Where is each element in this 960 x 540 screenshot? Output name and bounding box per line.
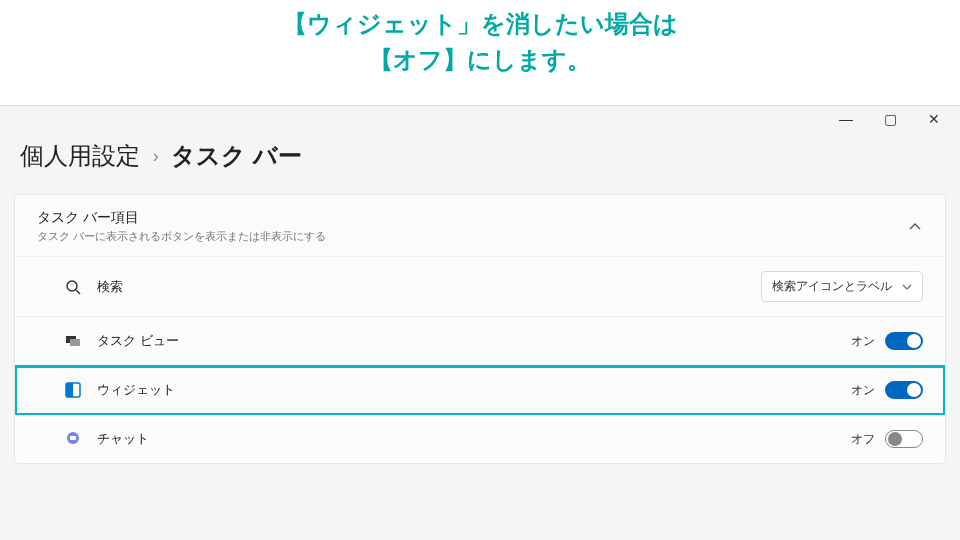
instruction-line2: 【オフ】にします。 — [0, 42, 960, 78]
widgets-toggle[interactable] — [885, 381, 923, 399]
minimize-button[interactable]: — — [838, 111, 854, 127]
instruction-line1: 【ウィジェット」を消したい場合は — [0, 6, 960, 42]
close-button[interactable]: ✕ — [926, 111, 942, 127]
panel-rows: 検索 検索アイコンとラベル タスク ビュー オン ウィジェット — [15, 256, 945, 463]
maximize-button[interactable]: ▢ — [882, 111, 898, 127]
row-widgets-label: ウィジェット — [97, 381, 851, 399]
breadcrumb-separator: › — [153, 146, 159, 166]
row-widgets-state: オン — [851, 382, 875, 399]
breadcrumb-current: タスク バー — [171, 142, 302, 169]
window-titlebar: — ▢ ✕ — [0, 106, 960, 132]
search-mode-value: 検索アイコンとラベル — [772, 278, 892, 295]
chevron-down-icon — [902, 282, 912, 292]
search-mode-dropdown[interactable]: 検索アイコンとラベル — [761, 271, 923, 302]
row-taskview-label: タスク ビュー — [97, 332, 851, 350]
row-chat-label: チャット — [97, 430, 851, 448]
taskbar-items-panel: タスク バー項目 タスク バーに表示されるボタンを表示または非表示にする 検索 … — [14, 194, 946, 464]
widgets-icon — [63, 380, 83, 400]
taskview-icon — [63, 331, 83, 351]
row-widgets: ウィジェット オン — [15, 366, 945, 415]
svg-point-0 — [67, 281, 77, 291]
panel-header[interactable]: タスク バー項目 タスク バーに表示されるボタンを表示または非表示にする — [15, 195, 945, 256]
svg-rect-7 — [70, 436, 76, 440]
chat-toggle[interactable] — [885, 430, 923, 448]
instruction-overlay: 【ウィジェット」を消したい場合は 【オフ】にします。 — [0, 0, 960, 78]
chat-icon — [63, 429, 83, 449]
svg-line-1 — [76, 290, 80, 294]
breadcrumb-parent[interactable]: 個人用設定 — [20, 142, 140, 169]
panel-subtitle: タスク バーに表示されるボタンを表示または非表示にする — [37, 229, 907, 244]
breadcrumb: 個人用設定 › タスク バー — [0, 132, 960, 186]
svg-rect-3 — [70, 339, 80, 346]
row-taskview-state: オン — [851, 333, 875, 350]
settings-window: — ▢ ✕ 個人用設定 › タスク バー タスク バー項目 タスク バーに表示さ… — [0, 105, 960, 540]
row-search: 検索 検索アイコンとラベル — [15, 257, 945, 317]
row-search-label: 検索 — [97, 278, 761, 296]
chevron-up-icon — [907, 219, 923, 235]
row-chat-state: オフ — [851, 431, 875, 448]
panel-title: タスク バー項目 — [37, 209, 907, 227]
taskview-toggle[interactable] — [885, 332, 923, 350]
svg-rect-5 — [66, 383, 73, 397]
row-chat: チャット オフ — [15, 415, 945, 463]
row-taskview: タスク ビュー オン — [15, 317, 945, 366]
search-icon — [63, 277, 83, 297]
